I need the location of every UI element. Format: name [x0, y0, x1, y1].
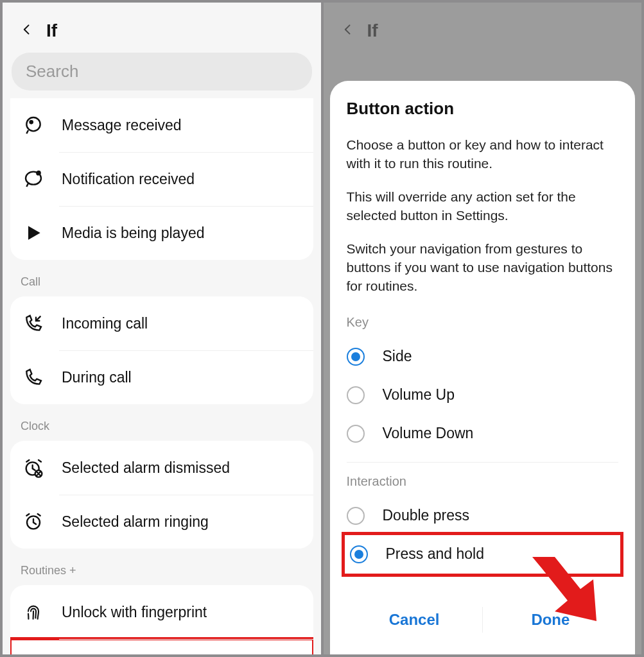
- key-subheading: Key: [347, 315, 619, 330]
- message-icon: [21, 112, 46, 138]
- list-item-label: Notification received: [62, 171, 195, 188]
- interaction-subheading: Interaction: [347, 474, 619, 489]
- header-dimmed: If: [324, 3, 642, 53]
- list-item[interactable]: Message received: [10, 98, 313, 152]
- radio-icon: [350, 545, 368, 563]
- phone-icon: [21, 364, 46, 390]
- radio-interaction-double-press[interactable]: Double press: [347, 497, 619, 535]
- done-button[interactable]: Done: [483, 603, 618, 636]
- list-item[interactable]: Notification received: [10, 152, 313, 206]
- search-wrap: Search: [3, 53, 321, 98]
- list-item-label: During call: [62, 369, 132, 386]
- page-title: If: [367, 21, 378, 41]
- radio-interaction-press-hold[interactable]: Press and hold: [350, 542, 616, 567]
- section-header-call: Call: [3, 269, 321, 294]
- fingerprint-icon: [21, 599, 46, 625]
- list-card: Unlock with fingerprint Button action: [10, 585, 313, 654]
- radio-icon: [347, 348, 365, 366]
- list-item-label: Unlock with fingerprint: [62, 604, 207, 621]
- list-item-label: Media is being played: [62, 225, 204, 242]
- list-card: Incoming call During call: [10, 296, 313, 404]
- radio-label: Volume Up: [383, 386, 455, 404]
- sheet-paragraph: This will override any action set for th…: [347, 187, 619, 225]
- notification-icon: [21, 166, 46, 192]
- header: If: [3, 3, 321, 53]
- radio-icon: [347, 386, 365, 404]
- sheet-button-bar: Cancel Done: [347, 595, 619, 648]
- svg-point-1: [30, 121, 33, 123]
- list-card: Message received Notification received M…: [10, 98, 313, 260]
- alarm-ringing-icon: [21, 509, 46, 534]
- list-item[interactable]: Selected alarm dismissed: [10, 441, 313, 495]
- play-icon: [21, 220, 46, 246]
- list-card: Selected alarm dismissed Selected alarm …: [10, 441, 313, 549]
- button-action-icon: [21, 653, 46, 654]
- search-input[interactable]: Search: [12, 53, 312, 90]
- radio-interaction-press-hold-highlight: Press and hold: [342, 532, 624, 577]
- list-item[interactable]: Incoming call: [10, 296, 313, 350]
- list-item[interactable]: Unlock with fingerprint: [10, 585, 313, 639]
- back-icon[interactable]: [21, 21, 33, 41]
- radio-key-volume-down[interactable]: Volume Down: [347, 414, 619, 453]
- svg-point-3: [37, 171, 40, 175]
- radio-label: Double press: [383, 507, 470, 524]
- cancel-button[interactable]: Cancel: [347, 603, 482, 636]
- list-item-label: Selected alarm dismissed: [62, 459, 230, 477]
- radio-icon: [347, 425, 365, 443]
- bottom-sheet: Button action Choose a button or key and…: [330, 81, 636, 654]
- incoming-call-icon: [21, 311, 46, 336]
- divider: [347, 462, 619, 463]
- screen-right: If Button action Choose a button or key …: [324, 3, 642, 654]
- radio-label: Volume Down: [383, 425, 474, 442]
- section-header-routines: Routines +: [3, 558, 321, 583]
- radio-key-volume-up[interactable]: Volume Up: [347, 376, 619, 414]
- section-header-clock: Clock: [3, 413, 321, 438]
- list-item-label: Message received: [62, 117, 182, 134]
- list-item-label: Incoming call: [62, 315, 148, 332]
- radio-icon: [347, 507, 365, 525]
- radio-label: Side: [383, 348, 412, 365]
- alarm-dismissed-icon: [21, 455, 46, 481]
- screen-left: If Search Message received Notification …: [3, 3, 321, 654]
- svg-marker-4: [28, 226, 40, 239]
- back-icon[interactable]: [342, 21, 354, 41]
- sheet-paragraph: Choose a button or key and how to intera…: [347, 135, 619, 173]
- list-item[interactable]: During call: [10, 350, 313, 404]
- list-item-label: Selected alarm ringing: [62, 513, 209, 531]
- svg-point-0: [26, 117, 40, 131]
- page-title: If: [46, 21, 57, 41]
- sheet-paragraph: Switch your navigation from gestures to …: [347, 239, 619, 296]
- sheet-title: Button action: [347, 99, 619, 119]
- list-item[interactable]: Media is being played: [10, 206, 313, 260]
- radio-key-side[interactable]: Side: [347, 337, 619, 376]
- radio-label: Press and hold: [386, 545, 484, 563]
- list-item[interactable]: Selected alarm ringing: [10, 495, 313, 549]
- list-item-button-action[interactable]: Button action: [10, 639, 313, 654]
